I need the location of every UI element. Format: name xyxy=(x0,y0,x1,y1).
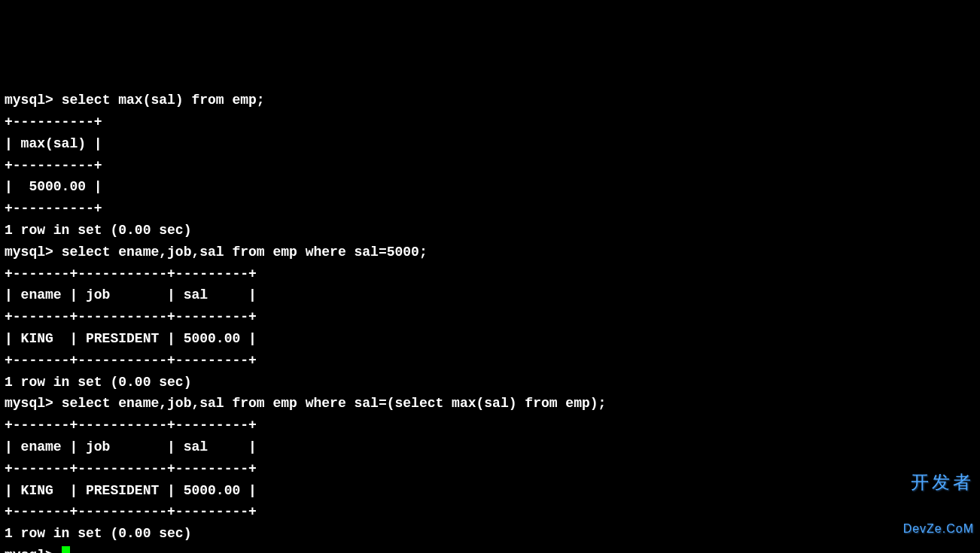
output-line: | 5000.00 | xyxy=(5,176,975,198)
cursor-icon xyxy=(62,546,70,553)
output-line: +----------+ xyxy=(5,198,975,220)
output-line: | max(sal) | xyxy=(5,133,975,155)
output-line: +----------+ xyxy=(5,155,975,177)
prompt: mysql> xyxy=(5,396,62,411)
sql-command: select max(sal) from emp; xyxy=(62,93,265,108)
output-line: 1 row in set (0.00 sec) xyxy=(5,523,975,545)
prompt: mysql> xyxy=(5,93,62,108)
command-line: mysql> select max(sal) from emp; xyxy=(5,90,975,111)
command-line: mysql> select ename,job,sal from emp whe… xyxy=(5,393,975,415)
output-line: +-------+-----------+---------+ xyxy=(5,263,975,285)
sql-command: select ename,job,sal from emp where sal=… xyxy=(62,396,607,411)
watermark-text-top: 开发者 xyxy=(903,472,974,492)
terminal-output[interactable]: mysql> select max(sal) from emp;+-------… xyxy=(5,90,975,553)
output-line: +-------+-----------+---------+ xyxy=(5,350,975,372)
output-line: +-------+-----------+---------+ xyxy=(5,458,975,480)
output-line: +-------+-----------+---------+ xyxy=(5,501,975,523)
sql-command: select ename,job,sal from emp where sal=… xyxy=(62,245,428,260)
watermark: 开发者 DevZe.CoM xyxy=(903,442,974,550)
watermark-text-bottom: DevZe.CoM xyxy=(903,522,974,536)
output-line: 1 row in set (0.00 sec) xyxy=(5,372,975,393)
output-line: | KING | PRESIDENT | 5000.00 | xyxy=(5,480,975,502)
output-line: | KING | PRESIDENT | 5000.00 | xyxy=(5,328,975,350)
prompt: mysql> xyxy=(5,245,62,260)
active-prompt-line[interactable]: mysql> xyxy=(5,545,975,553)
output-line: +-------+-----------+---------+ xyxy=(5,306,975,328)
output-line: 1 row in set (0.00 sec) xyxy=(5,220,975,242)
output-line: | ename | job | sal | xyxy=(5,284,975,306)
output-line: +----------+ xyxy=(5,111,975,133)
prompt: mysql> xyxy=(5,548,62,553)
command-line: mysql> select ename,job,sal from emp whe… xyxy=(5,242,975,263)
output-line: +-------+-----------+---------+ xyxy=(5,415,975,436)
output-line: | ename | job | sal | xyxy=(5,436,975,458)
